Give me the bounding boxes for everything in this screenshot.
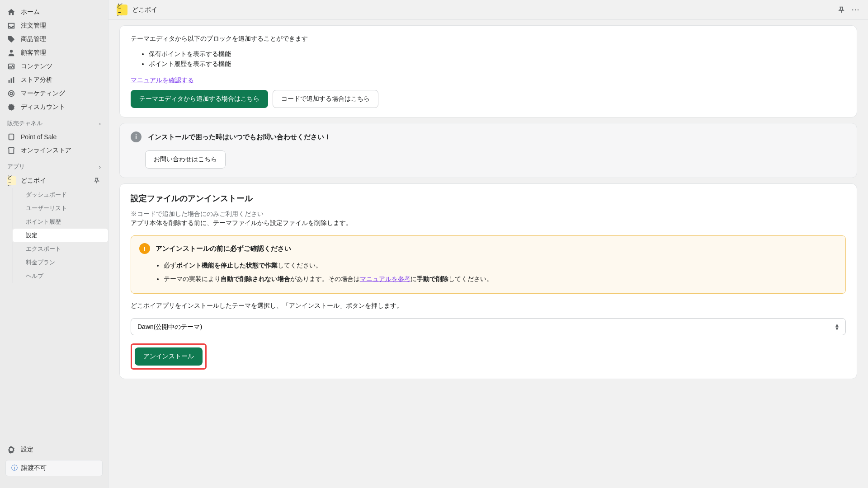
sidebar-label: コンテンツ <box>21 62 52 70</box>
sidebar: ホーム 注文管理 商品管理 顧客管理 コンテンツ ストア分析 マーケティング <box>0 0 108 488</box>
sidebar-item-pos[interactable]: Point of Sale <box>0 130 108 144</box>
submenu-point-history[interactable]: ポイント履歴 <box>13 215 108 229</box>
uninstall-card: 設定ファイルのアンインストール ※コードで追加した場合にのみご利用ください アプ… <box>119 183 857 379</box>
sidebar-label: ストア分析 <box>21 76 52 84</box>
pin-icon[interactable] <box>93 177 101 185</box>
uninstall-title: 設定ファイルのアンインストール <box>131 193 846 204</box>
info-icon: i <box>131 131 142 142</box>
feature-item: 保有ポイントを表示する機能 <box>149 49 846 59</box>
submenu-help[interactable]: ヘルプ <box>13 269 108 283</box>
contact-card: i インストールで困った時はいつでもお問い合わせください！ お問い合わせはこちら <box>119 123 857 178</box>
uninstall-instruction: どこポイアプリをインストールしたテーマを選択し、「アンインストール」ボタンを押し… <box>131 302 846 310</box>
pos-icon <box>7 133 15 141</box>
warning-title: アンインストールの前に必ずご確認ください <box>156 244 291 253</box>
uninstall-button[interactable]: アンインストール <box>135 347 203 366</box>
submenu-plan[interactable]: 料金プラン <box>13 256 108 269</box>
sidebar-app-dokopoi[interactable]: どこ どこポイ <box>0 174 108 188</box>
svg-point-6 <box>10 92 12 94</box>
svg-rect-4 <box>13 77 14 83</box>
image-icon <box>7 62 15 70</box>
code-add-button[interactable]: コードで追加する場合はこちら <box>273 90 378 108</box>
sidebar-item-content[interactable]: コンテンツ <box>0 60 108 73</box>
sidebar-item-analytics[interactable]: ストア分析 <box>0 73 108 87</box>
non-transferable-badge: ⓘ 譲渡不可 <box>5 460 103 476</box>
manual-link[interactable]: マニュアルを確認する <box>131 76 194 84</box>
sidebar-item-online-store[interactable]: オンラインストア <box>0 144 108 157</box>
inbox-icon <box>7 22 15 30</box>
manual-reference-link[interactable]: マニュアルを参考 <box>360 275 410 282</box>
target-icon <box>7 89 15 98</box>
sidebar-label: 注文管理 <box>21 22 46 30</box>
more-icon[interactable]: ··· <box>852 6 860 14</box>
contact-title: インストールで困った時はいつでもお問い合わせください！ <box>148 133 331 141</box>
sidebar-label: オンラインストア <box>21 146 71 155</box>
sidebar-item-customers[interactable]: 顧客管理 <box>0 46 108 60</box>
blocks-feature-list: 保有ポイントを表示する機能 ポイント履歴を表示する機能 <box>149 49 846 69</box>
warning-item: テーマの実装により自動で削除されない場合があります。その場合はマニュアルを参考に… <box>164 272 837 286</box>
sidebar-item-marketing[interactable]: マーケティング <box>0 87 108 100</box>
chevron-right-icon: › <box>99 164 101 170</box>
home-icon <box>7 8 15 16</box>
warning-icon: ! <box>139 243 150 254</box>
submenu-userlist[interactable]: ユーザーリスト <box>13 202 108 215</box>
sidebar-item-discounts[interactable]: ディスカウント <box>0 100 108 114</box>
sidebar-label: ディスカウント <box>21 103 65 111</box>
uninstall-note: ※コードで追加した場合にのみご利用ください <box>131 210 846 218</box>
theme-select[interactable]: Dawn(公開中のテーマ) <box>131 318 846 335</box>
chevron-right-icon: › <box>99 120 101 127</box>
app-label: どこポイ <box>21 177 46 185</box>
app-icon: どこ <box>117 5 127 15</box>
sidebar-item-orders[interactable]: 注文管理 <box>0 19 108 33</box>
sidebar-label: 顧客管理 <box>21 49 46 57</box>
theme-editor-add-button[interactable]: テーマエディタから追加する場合はこちら <box>131 90 268 108</box>
sidebar-label: Point of Sale <box>21 133 57 141</box>
gear-icon <box>7 446 15 454</box>
sidebar-label: マーケティング <box>21 89 65 98</box>
page-title: どこポイ <box>132 6 157 14</box>
svg-rect-7 <box>9 134 14 140</box>
pin-icon[interactable] <box>837 6 845 14</box>
sidebar-label: 商品管理 <box>21 35 46 43</box>
svg-point-0 <box>10 50 13 52</box>
submenu-dashboard[interactable]: ダッシュボード <box>13 188 108 202</box>
main: どこ どこポイ ··· テーマエディタから以下のブロックを追加することができます… <box>108 0 868 488</box>
store-icon <box>7 146 15 155</box>
blocks-intro: テーマエディタから以下のブロックを追加することができます <box>131 35 846 43</box>
info-icon: ⓘ <box>11 464 18 472</box>
svg-point-5 <box>9 91 14 97</box>
sidebar-label: ホーム <box>21 8 40 16</box>
person-icon <box>7 49 15 57</box>
uninstall-desc: アプリ本体を削除する前に、テーマファイルから設定ファイルを削除します。 <box>131 219 846 227</box>
highlight-annotation: アンインストール <box>131 343 207 370</box>
warning-item: 必ずポイント機能を停止した状態で作業してください。 <box>164 258 837 272</box>
svg-rect-2 <box>9 80 10 83</box>
sidebar-settings-bottom[interactable]: 設定 <box>0 443 108 456</box>
blocks-card: テーマエディタから以下のブロックを追加することができます 保有ポイントを表示する… <box>119 25 857 117</box>
submenu-settings[interactable]: 設定 <box>13 229 108 242</box>
warning-box: ! アンインストールの前に必ずご確認ください 必ずポイント機能を停止した状態で作… <box>131 235 846 294</box>
contact-button[interactable]: お問い合わせはこちら <box>145 150 226 169</box>
sidebar-item-home[interactable]: ホーム <box>0 5 108 19</box>
feature-item: ポイント履歴を表示する機能 <box>149 59 846 69</box>
discount-icon <box>7 103 15 111</box>
sidebar-label: 設定 <box>21 446 33 454</box>
bar-chart-icon <box>7 76 15 84</box>
svg-rect-3 <box>11 78 12 83</box>
submenu-export[interactable]: エクスポート <box>13 242 108 256</box>
apps-header[interactable]: アプリ › <box>0 157 108 174</box>
sidebar-item-products[interactable]: 商品管理 <box>0 33 108 46</box>
sales-channels-header[interactable]: 販売チャネル › <box>0 114 108 130</box>
topbar: どこ どこポイ ··· <box>108 0 868 20</box>
tag-icon <box>7 35 15 43</box>
app-icon: どこ <box>7 176 16 185</box>
